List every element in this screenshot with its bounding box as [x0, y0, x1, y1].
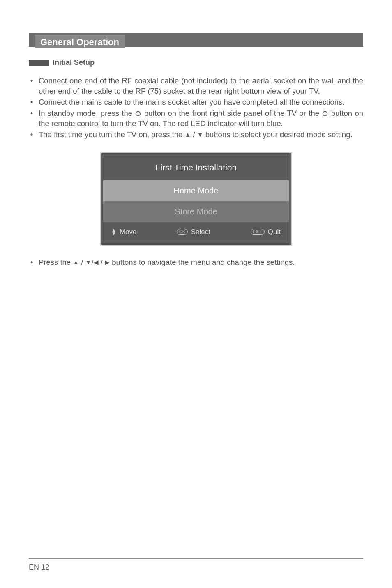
instruction-list: Connect one end of the RF coaxial cable … — [29, 76, 363, 140]
osd-screenshot: First Time Installation Home Mode Store … — [29, 152, 363, 246]
power-icon — [135, 109, 141, 116]
text-fragment: buttons to select your desired mode sett… — [203, 130, 353, 139]
bullet-connect-rf: Connect one end of the RF coaxial cable … — [29, 76, 363, 96]
slash: / — [99, 258, 105, 266]
section-header-bar: General Operation — [29, 33, 363, 47]
osd-footer-select-group: OK Select — [141, 228, 246, 236]
page-number: EN 12 — [29, 563, 49, 571]
subheading-row: Initial Setup — [29, 58, 363, 67]
bullet-navigate: Press the ▲ / ▼/◀ / ▶ buttons to navigat… — [29, 258, 363, 267]
osd-option-home: Home Mode — [103, 180, 289, 201]
subheading-decoration — [29, 60, 49, 66]
select-label: Select — [191, 228, 210, 236]
move-label: Move — [120, 228, 137, 236]
subheading-text: Initial Setup — [53, 58, 95, 67]
text-fragment: The first time you turn the TV on, press… — [39, 130, 184, 139]
text-fragment: In standby mode, press the — [39, 109, 135, 117]
exit-key-icon: EXIT — [251, 229, 265, 235]
osd-panel: First Time Installation Home Mode Store … — [100, 152, 292, 246]
osd-footer: ▲▼ Move OK Select EXIT Quit — [103, 222, 289, 243]
osd-footer-move-group: ▲▼ Move — [111, 228, 136, 236]
up-arrow-icon: ▲ — [184, 131, 191, 139]
ok-key-icon: OK — [177, 229, 187, 235]
bullet-first-time: The first time you turn the TV on, press… — [29, 130, 363, 140]
osd-title: First Time Installation — [103, 155, 289, 180]
osd-footer-quit-group: EXIT Quit — [251, 228, 281, 236]
down-arrow-icon: ▼ — [85, 259, 92, 266]
quit-label: Quit — [268, 228, 281, 236]
down-arrow-icon: ▼ — [197, 131, 203, 139]
bullet-connect-mains: Connect the mains cable to the mains soc… — [29, 97, 363, 108]
up-down-arrows-icon: ▲▼ — [111, 228, 116, 235]
section-title: General Operation — [35, 35, 125, 48]
osd-option-store: Store Mode — [103, 201, 289, 222]
text-fragment: Press the — [39, 258, 73, 266]
text-fragment: button on the front right side panel of … — [141, 109, 322, 117]
slash: / — [191, 130, 197, 139]
power-icon — [322, 109, 328, 116]
slash: / — [79, 258, 85, 266]
left-arrow-icon: ◀ — [94, 259, 99, 266]
page-footer: EN 12 — [29, 558, 363, 572]
text-fragment: buttons to navigate the menu and change … — [110, 258, 295, 266]
osd-inner: First Time Installation Home Mode Store … — [103, 155, 289, 243]
right-arrow-icon: ▶ — [105, 259, 110, 266]
up-arrow-icon: ▲ — [73, 259, 79, 266]
bullet-standby: In standby mode, press the button on the… — [29, 108, 363, 129]
